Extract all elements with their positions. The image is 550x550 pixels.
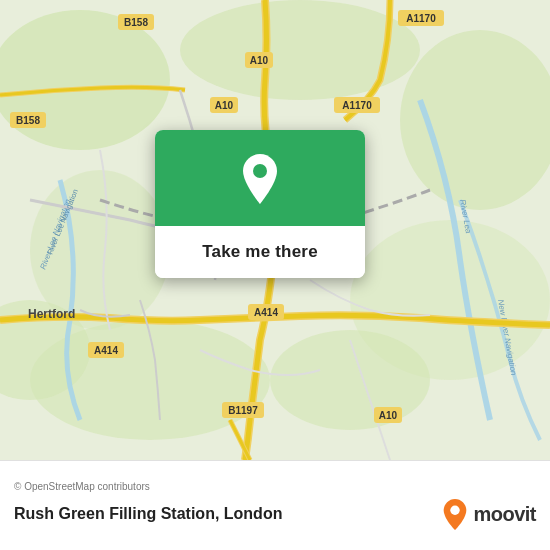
svg-text:A414: A414 bbox=[254, 307, 278, 318]
map-container: River Lee Navigation River Lea New River… bbox=[0, 0, 550, 460]
popup-green-section bbox=[155, 130, 365, 226]
location-name: Rush Green Filling Station, London bbox=[14, 505, 282, 523]
moovit-pin-icon bbox=[441, 498, 469, 530]
svg-point-35 bbox=[253, 164, 267, 178]
svg-text:Hertford: Hertford bbox=[28, 307, 75, 321]
svg-point-36 bbox=[451, 506, 460, 515]
location-pin-icon bbox=[236, 152, 284, 208]
svg-text:A414: A414 bbox=[94, 345, 118, 356]
svg-text:B158: B158 bbox=[16, 115, 40, 126]
svg-text:A1170: A1170 bbox=[342, 100, 372, 111]
svg-text:A10: A10 bbox=[215, 100, 234, 111]
bottom-row: Rush Green Filling Station, London moovi… bbox=[14, 498, 536, 530]
moovit-brand-text: moovit bbox=[473, 503, 536, 526]
svg-text:B1197: B1197 bbox=[228, 405, 258, 416]
svg-text:A1170: A1170 bbox=[406, 13, 436, 24]
popup-card: Take me there bbox=[155, 130, 365, 278]
moovit-logo: moovit bbox=[441, 498, 536, 530]
bottom-bar: © OpenStreetMap contributors Rush Green … bbox=[0, 460, 550, 550]
svg-text:A10: A10 bbox=[250, 55, 269, 66]
map-attribution: © OpenStreetMap contributors bbox=[14, 481, 536, 492]
svg-point-6 bbox=[270, 330, 430, 430]
svg-text:A10: A10 bbox=[379, 410, 398, 421]
svg-text:B158: B158 bbox=[124, 17, 148, 28]
take-me-there-button[interactable]: Take me there bbox=[155, 226, 365, 278]
